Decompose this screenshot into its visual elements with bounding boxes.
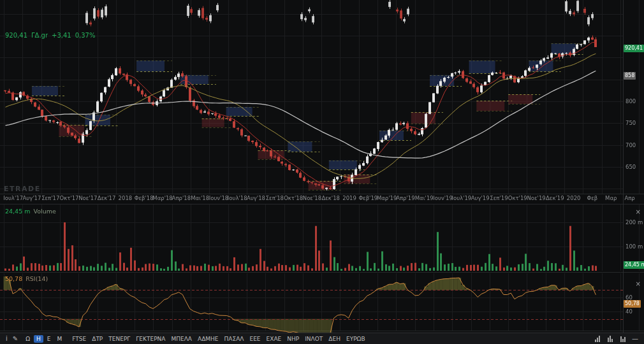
symbol-shortcuts-group: FTSEΔΤΡΤΕΝΕΡΓΓΕΚΤΕΡΝΑΜΠΕΛΑΑΔΜΗΕΠΑΣΑΛΕΕΕΕ… <box>70 335 367 343</box>
symbol-button-ΤΕΝΕΡΓ[interactable]: ΤΕΝΕΡΓ <box>106 335 132 343</box>
volume-bars-icon[interactable] <box>595 335 600 342</box>
volume-pane-close-icon[interactable]: × <box>636 209 641 215</box>
collapse-icon[interactable]: — <box>630 335 640 342</box>
price-tick-label: 700 <box>626 142 636 148</box>
time-axis: Ιουλ'17Αυγ'17Σεπ'17Οκτ'17Νοε'17Δεκ'17201… <box>0 195 644 204</box>
symbol-legend: 920,41 ΓΔ.gr +3,41 0,37% <box>5 32 96 39</box>
bottom-toolbar: i✎ ΩΗΕΜ FTSEΔΤΡΤΕΝΕΡΓΓΕΚΤΕΡΝΑΜΠΕΛΑΑΔΜΗΕΠ… <box>0 333 644 344</box>
drawing-tools-group: i✎ <box>4 335 20 342</box>
rsi-legend: 50,78 RSI(14) <box>5 275 48 282</box>
symbol-button-ΕΕΕ[interactable]: ΕΕΕ <box>248 335 263 343</box>
chart-canvas[interactable] <box>0 0 644 333</box>
candles-style-icon[interactable] <box>620 335 626 342</box>
symbol-button-ΕΥΡΩΒ[interactable]: ΕΥΡΩΒ <box>344 335 367 343</box>
time-axis-label: Απρ <box>619 195 641 201</box>
last-price-badge: 920,41 <box>624 45 644 52</box>
ma-value-badge: 858 <box>624 72 636 80</box>
symbol-button-ΝΗΡ[interactable]: ΝΗΡ <box>285 335 301 343</box>
volume-value-badge: 24,45 m <box>624 261 644 269</box>
symbol-button-ΔΤΡ[interactable]: ΔΤΡ <box>90 335 105 343</box>
info-icon[interactable]: i <box>4 335 10 342</box>
timeframe-button-Ε[interactable]: Ε <box>45 335 54 343</box>
trading-chart-app: 920,41 ΓΔ.gr +3,41 0,37% 24,45 m Volume … <box>0 0 644 344</box>
symbol-name: ΓΔ.gr <box>31 32 48 39</box>
symbol-button-ΕΧΑΕ[interactable]: ΕΧΑΕ <box>265 335 284 343</box>
price-axis: 800750700650920,41858200 m100 m24,45 m×6… <box>623 0 644 333</box>
chart-style-group: — <box>592 335 640 342</box>
rsi-tick-label: 40 <box>626 308 633 315</box>
price-tick-label: 800 <box>626 98 636 104</box>
rsi-pane-close-icon[interactable]: × <box>636 281 641 287</box>
volume-tick-label: 200 m <box>626 219 643 226</box>
symbol-button-ΑΔΜΗΕ[interactable]: ΑΔΜΗΕ <box>196 335 221 343</box>
volume-value: 24,45 m <box>5 208 30 215</box>
symbol-button-ΙΝΛΟΤ[interactable]: ΙΝΛΟΤ <box>303 335 325 343</box>
symbol-button-ΠΑΣΑΛ[interactable]: ΠΑΣΑΛ <box>223 335 246 343</box>
symbol-button-ΓΕΚΤΕΡΝΑ[interactable]: ΓΕΚΤΕΡΝΑ <box>134 335 167 343</box>
symbol-button-FTSE[interactable]: FTSE <box>70 335 88 343</box>
price-tick-label: 650 <box>626 164 636 170</box>
pencil-icon[interactable]: ✎ <box>11 335 20 342</box>
change-value: +3,41 <box>52 32 71 39</box>
volume-legend: 24,45 m Volume <box>5 208 56 215</box>
platform-watermark: ETRADE <box>4 185 41 193</box>
change-percent: 0,37% <box>75 32 96 39</box>
symbol-button-ΔΕΗ[interactable]: ΔΕΗ <box>326 335 342 343</box>
price-tick-label: 750 <box>626 120 636 126</box>
timeframe-button-Μ[interactable]: Μ <box>55 335 65 343</box>
symbol-button-ΜΠΕΛΑ[interactable]: ΜΠΕΛΑ <box>169 335 194 343</box>
timeframe-group: ΩΗΕΜ <box>23 335 64 343</box>
histogram-icon[interactable] <box>608 335 613 342</box>
rsi-indicator-label: RSI(14) <box>26 275 48 282</box>
rsi-value-badge: 50,78 <box>624 300 641 308</box>
volume-indicator-label: Volume <box>33 208 55 215</box>
timeframe-button-Ω[interactable]: Ω <box>23 335 33 343</box>
last-price-value: 920,41 <box>5 32 27 39</box>
rsi-value: 50,78 <box>5 275 22 282</box>
timeframe-button-Η[interactable]: Η <box>34 335 43 343</box>
volume-tick-label: 100 m <box>626 243 643 250</box>
